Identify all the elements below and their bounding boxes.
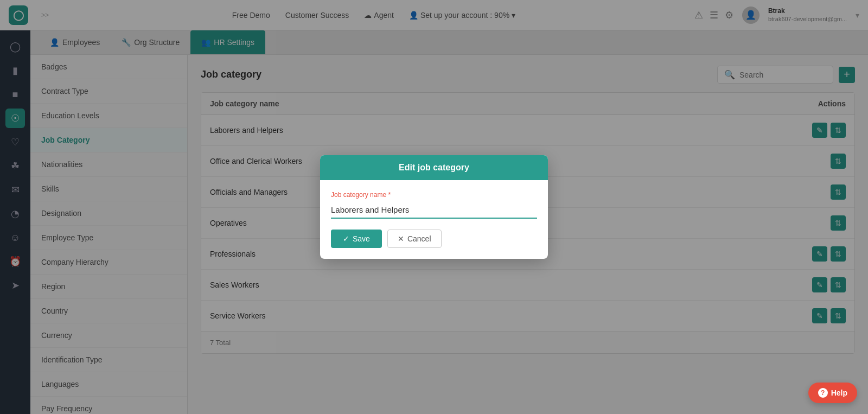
modal-field-label: Job category name * (331, 191, 537, 199)
modal-overlay[interactable]: Edit job category Job category name * ✓ … (0, 0, 868, 414)
required-indicator: * (388, 191, 391, 199)
modal-cancel-button[interactable]: ✕ Cancel (387, 230, 442, 248)
edit-job-category-modal: Edit job category Job category name * ✓ … (320, 155, 548, 259)
modal-header: Edit job category (320, 155, 548, 180)
job-category-name-input[interactable] (331, 202, 537, 219)
checkmark-icon: ✓ (343, 234, 349, 243)
close-icon: ✕ (398, 234, 404, 243)
modal-actions: ✓ Save ✕ Cancel (331, 230, 537, 248)
modal-save-button[interactable]: ✓ Save (331, 230, 382, 248)
help-icon: ? (818, 388, 828, 398)
modal-body: Job category name * ✓ Save ✕ Cancel (320, 180, 548, 259)
help-button[interactable]: ? Help (808, 383, 857, 403)
